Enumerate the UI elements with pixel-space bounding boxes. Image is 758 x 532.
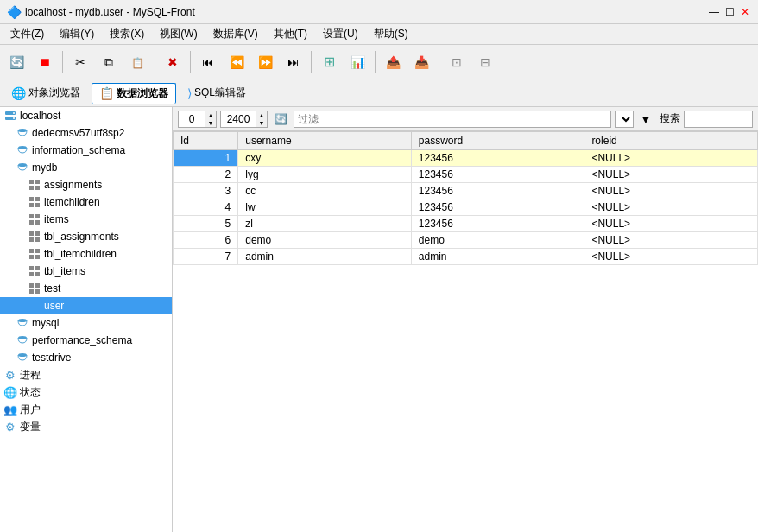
sidebar-item-assignments[interactable]: assignments <box>0 176 172 193</box>
prev-button[interactable] <box>224 49 250 75</box>
table-row[interactable]: 6demodemo<NULL> <box>174 232 758 249</box>
cell-password: admin <box>411 249 584 265</box>
table-row[interactable]: 5zl123456<NULL> <box>174 216 758 232</box>
table-icon-tbl-assignments <box>28 230 41 244</box>
cell-id: 4 <box>174 200 238 216</box>
menu-help[interactable]: 帮助(S) <box>367 25 415 43</box>
sidebar-item-process[interactable]: ⚙ 进程 <box>0 366 172 383</box>
menu-db[interactable]: 数据库(V) <box>206 25 265 43</box>
sidebar-label-tbl-items: tbl_items <box>44 265 85 277</box>
toolbar1-button[interactable] <box>444 49 470 75</box>
svg-rect-13 <box>29 203 34 207</box>
sidebar-label-tbl-itemchildren: tbl_itemchildren <box>44 248 117 260</box>
sidebar-label-mysql: mysql <box>32 317 59 329</box>
sidebar-label-testdrive: testdrive <box>32 352 71 364</box>
row-count-down[interactable]: ▼ <box>256 119 267 127</box>
row-count-input[interactable] <box>221 111 256 127</box>
menu-file[interactable]: 文件(Z) <box>3 25 51 43</box>
sidebar-item-tbl-items[interactable]: tbl_items <box>0 263 172 280</box>
sidebar-item-mysql[interactable]: mysql <box>0 314 172 332</box>
table-icon-itemchildren <box>28 195 41 209</box>
table-row[interactable]: 7adminadmin<NULL> <box>174 249 758 265</box>
cell-password: 123456 <box>411 200 584 216</box>
svg-rect-19 <box>29 231 34 236</box>
svg-rect-32 <box>35 283 40 288</box>
process-icon: ⚙ <box>3 368 17 382</box>
sidebar-label-users: 用户 <box>20 402 41 417</box>
svg-rect-35 <box>29 301 34 305</box>
title-icon: 🔷 <box>7 5 22 19</box>
first-button[interactable] <box>195 49 221 75</box>
tab-data-browser[interactable]: 📋 数据浏览器 <box>92 83 176 104</box>
cell-password: 123456 <box>411 167 584 183</box>
tab-sql-editor[interactable]: ⟩ SQL编辑器 <box>180 82 254 104</box>
grid-button[interactable] <box>316 49 342 75</box>
refresh-button[interactable] <box>3 49 29 75</box>
sidebar-item-mydb[interactable]: mydb <box>0 159 172 176</box>
maximize-button[interactable]: ☐ <box>723 6 736 18</box>
col-header-password[interactable]: password <box>411 132 584 150</box>
sidebar-item-performance-schema[interactable]: performance_schema <box>0 332 172 349</box>
sidebar-label-tbl-assignments: tbl_assignments <box>44 231 119 243</box>
cell-username: zl <box>238 216 412 232</box>
sidebar-item-variables[interactable]: ⚙ 变量 <box>0 418 172 435</box>
filter-funnel-button[interactable]: ▼ <box>637 111 654 128</box>
table-row[interactable]: 3cc123456<NULL> <box>174 183 758 200</box>
menu-settings[interactable]: 设置(U) <box>316 25 365 43</box>
menu-other[interactable]: 其他(T) <box>267 25 314 43</box>
refresh-data-button[interactable]: 🔄 <box>271 111 290 128</box>
toolbar-sep-4 <box>311 51 312 73</box>
next-button[interactable] <box>252 49 278 75</box>
col-header-roleid[interactable]: roleid <box>584 132 758 150</box>
sidebar-item-status[interactable]: 🌐 状态 <box>0 383 172 401</box>
minimize-button[interactable]: — <box>708 6 720 18</box>
copy-button[interactable] <box>96 49 122 75</box>
row-start-input[interactable] <box>179 111 205 127</box>
cell-roleid: <NULL> <box>584 150 758 167</box>
toolbar2-button[interactable] <box>472 49 498 75</box>
sidebar-item-dedecms[interactable]: dedecmsv57utf8sp2 <box>0 124 172 142</box>
sidebar-label-user: user <box>44 300 64 312</box>
import-button[interactable] <box>408 49 434 75</box>
sidebar-item-localhost[interactable]: localhost <box>0 107 172 124</box>
sidebar-item-test[interactable]: test <box>0 280 172 297</box>
data-table: Id username password roleid 1cxy123456<N… <box>173 131 758 265</box>
delete-button[interactable] <box>160 49 186 75</box>
sidebar-item-testdrive[interactable]: testdrive <box>0 349 172 366</box>
row-start-up[interactable]: ▲ <box>205 111 216 119</box>
sidebar-item-itemchildren[interactable]: itemchildren <box>0 193 172 211</box>
row-count-up[interactable]: ▲ <box>256 111 267 119</box>
stop-button[interactable] <box>32 49 58 75</box>
menu-search[interactable]: 搜索(X) <box>103 25 151 43</box>
cell-roleid: <NULL> <box>584 216 758 232</box>
export-button[interactable] <box>380 49 406 75</box>
menu-edit[interactable]: 编辑(Y) <box>53 25 101 43</box>
sidebar-item-users[interactable]: 👥 用户 <box>0 401 172 418</box>
last-button[interactable] <box>281 49 306 75</box>
menu-view[interactable]: 视图(W) <box>153 25 204 43</box>
cut-button[interactable] <box>67 49 93 75</box>
svg-rect-25 <box>29 255 34 259</box>
sidebar-item-tbl-itemchildren[interactable]: tbl_itemchildren <box>0 245 172 263</box>
variables-icon: ⚙ <box>3 420 17 434</box>
search-input[interactable] <box>684 111 753 128</box>
sidebar-item-information-schema[interactable]: information_schema <box>0 142 172 159</box>
table-row[interactable]: 1cxy123456<NULL> <box>174 150 758 167</box>
cell-roleid: <NULL> <box>584 183 758 200</box>
table-row[interactable]: 2lyg123456<NULL> <box>174 167 758 183</box>
sidebar-item-items[interactable]: items <box>0 211 172 228</box>
filter-dropdown[interactable] <box>615 111 634 128</box>
sidebar-item-tbl-assignments[interactable]: tbl_assignments <box>0 228 172 245</box>
svg-rect-9 <box>29 186 34 190</box>
sidebar-item-user[interactable]: user <box>0 297 172 314</box>
col-header-id[interactable]: Id <box>174 132 238 150</box>
row-start-down[interactable]: ▼ <box>205 119 216 127</box>
close-button[interactable]: ✕ <box>739 6 751 18</box>
col-header-username[interactable]: username <box>238 132 412 150</box>
object-browser-icon: 🌐 <box>11 86 26 100</box>
chart-button[interactable] <box>344 49 370 75</box>
paste-button[interactable] <box>124 49 150 75</box>
filter-input[interactable] <box>294 111 611 128</box>
table-row[interactable]: 4lw123456<NULL> <box>174 200 758 216</box>
tab-object-browser[interactable]: 🌐 对象浏览器 <box>3 82 88 104</box>
